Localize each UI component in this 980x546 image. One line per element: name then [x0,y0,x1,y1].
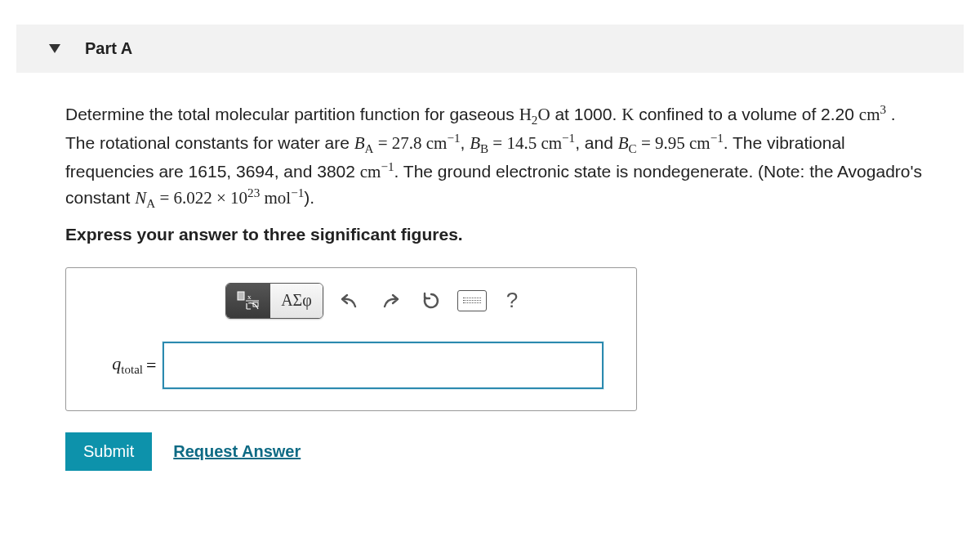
equation-toolbar: x ΑΣφ [66,283,636,319]
answer-box: x ΑΣφ [65,267,637,411]
format-tool-group: x ΑΣφ [225,283,323,319]
variable-label: qtotal [84,353,143,377]
svg-rect-0 [238,292,244,300]
redo-button[interactable] [376,286,405,316]
part-header[interactable]: Part A [16,25,964,73]
greek-label: ΑΣφ [281,291,312,310]
instruction-text: Express your answer to three significant… [65,225,923,244]
answer-input-row: qtotal = [66,342,636,389]
submit-button[interactable]: Submit [65,432,152,471]
help-button[interactable]: ? [498,288,526,313]
chevron-down-icon [49,44,60,53]
greek-symbols-button[interactable]: ΑΣφ [270,284,323,318]
equals-sign: = [146,355,156,376]
request-answer-link[interactable]: Request Answer [173,442,301,461]
svg-text:x: x [247,293,252,301]
answer-input[interactable] [163,342,604,389]
reset-button[interactable] [416,286,446,316]
action-row: Submit Request Answer [65,432,923,471]
keyboard-button[interactable] [457,290,487,311]
problem-statement: Determine the total molecular partition … [65,101,923,213]
template-fraction-button[interactable]: x [226,284,270,318]
undo-button[interactable] [335,286,364,316]
part-title: Part A [85,39,132,58]
